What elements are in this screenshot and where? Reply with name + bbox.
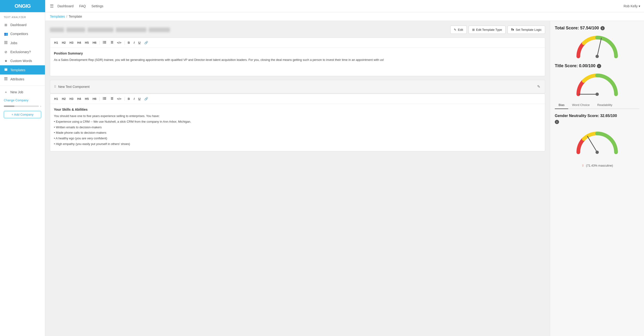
code-btn[interactable]: </> <box>116 40 123 45</box>
svg-rect-19 <box>104 97 106 98</box>
code-btn-2[interactable]: </> <box>116 97 123 101</box>
gender-masculine-label: (71.43% masculine) <box>586 164 613 167</box>
svg-rect-17 <box>111 42 113 42</box>
sidebar-item-attributes[interactable]: Attributes <box>0 74 45 84</box>
editor-body-2[interactable]: Your Skills & Abilities You should have … <box>50 104 545 151</box>
link-btn[interactable]: 🔗 <box>143 40 149 45</box>
svg-rect-14 <box>104 43 106 43</box>
svg-point-29 <box>596 55 599 58</box>
section1-title: Position Summary <box>54 51 541 55</box>
sidebar-item-competitors[interactable]: 👥 Competitors <box>0 29 45 38</box>
hamburger-button[interactable]: ☰ <box>48 2 56 10</box>
blur-block-4 <box>116 27 146 32</box>
editor-panel: ✎ Edit ⊞ Edit Template Type Set Template… <box>45 21 550 336</box>
svg-point-22 <box>103 98 104 99</box>
top-nav-links: Dashboard FAQ Settings <box>58 3 103 9</box>
logic-icon <box>511 28 514 32</box>
svg-rect-5 <box>4 77 8 78</box>
svg-rect-26 <box>111 98 113 99</box>
list-icon <box>4 41 8 45</box>
set-template-logic-button[interactable]: Set Template Logic <box>508 26 545 34</box>
nav-faq[interactable]: FAQ <box>79 3 86 9</box>
ul-btn-2[interactable] <box>102 96 107 101</box>
svg-rect-10 <box>104 41 106 42</box>
ol-btn-2[interactable] <box>109 96 114 101</box>
link-btn-2[interactable]: 🔗 <box>143 97 149 101</box>
logo: ONGIG <box>14 3 30 9</box>
logo-area: ONGIG <box>0 0 45 12</box>
gender-score-gauge-container <box>555 126 639 158</box>
breadcrumb-templates-link[interactable]: Templates <box>50 14 65 18</box>
underline-btn[interactable]: U <box>137 40 142 45</box>
people-icon: 👥 <box>4 32 8 36</box>
toolbar-sep-2 <box>124 41 125 45</box>
h5-btn[interactable]: H5 <box>84 40 90 45</box>
svg-rect-18 <box>111 43 113 43</box>
h1-btn[interactable]: H1 <box>53 40 59 45</box>
h2-btn-2[interactable]: H2 <box>61 97 67 101</box>
h5-btn-2[interactable]: H5 <box>84 97 90 101</box>
h1-btn-2[interactable]: H1 <box>53 97 59 101</box>
gender-score-section: Gender Neutrality Score: 32.65/100 i <box>555 113 639 169</box>
section2-body[interactable]: You should have one to five years experi… <box>54 114 541 147</box>
top-nav: ONGIG ☰ Dashboard FAQ Settings Rob Kelly… <box>0 0 644 12</box>
sidebar-label-templates: Templates <box>10 68 41 72</box>
edit-type-label: Edit Template Type <box>476 28 502 31</box>
company-bar-arrow[interactable]: › <box>40 105 41 108</box>
h4-btn-2[interactable]: H4 <box>76 97 82 101</box>
gender-score-info-icon[interactable]: i <box>555 120 559 124</box>
change-company-link[interactable]: Change Company <box>0 97 45 104</box>
sidebar-item-new-job[interactable]: + New Job <box>0 88 45 97</box>
total-score-label: Total Score: 57.54/100 <box>555 26 599 30</box>
sidebar-item-templates[interactable]: Templates <box>0 65 45 74</box>
svg-rect-4 <box>4 69 7 71</box>
new-component-edit-btn[interactable]: ✎ <box>536 83 541 90</box>
title-score-info-icon[interactable]: i <box>597 64 601 68</box>
set-logic-label: Set Template Logic <box>516 28 542 31</box>
edit-label: Edit <box>458 28 463 31</box>
company-selector: › <box>0 104 45 109</box>
gender-score-gauge <box>574 129 621 156</box>
user-menu[interactable]: Rob Kelly ▾ <box>624 4 640 8</box>
sidebar-item-dashboard[interactable]: ⊞ Dashboard <box>0 20 45 29</box>
toolbar-sep-1 <box>100 41 100 45</box>
svg-rect-21 <box>104 98 106 99</box>
ul-btn[interactable] <box>102 40 107 45</box>
h3-btn-2[interactable]: H3 <box>68 97 74 101</box>
h3-btn[interactable]: H3 <box>68 40 74 45</box>
title-actions: ✎ Edit ⊞ Edit Template Type Set Template… <box>450 26 545 34</box>
underline-btn-2[interactable]: U <box>137 97 142 101</box>
star-icon: ★ <box>4 59 8 63</box>
svg-point-11 <box>103 41 104 42</box>
tab-readability[interactable]: Readability <box>594 101 616 109</box>
total-score-info-icon[interactable]: i <box>600 26 605 30</box>
sidebar-label-jobs: Jobs <box>10 41 41 45</box>
add-company-button[interactable]: + Add Company <box>4 111 41 118</box>
svg-rect-16 <box>111 41 113 42</box>
gender-label: ♀ (71.43% masculine) <box>555 163 639 168</box>
h6-btn-2[interactable]: H6 <box>91 97 98 101</box>
svg-point-13 <box>103 42 104 43</box>
edit-button[interactable]: ✎ Edit <box>450 26 466 34</box>
new-component-bar: ⠿ New Text Component ✎ <box>50 80 545 93</box>
italic-btn-2[interactable]: I <box>132 97 136 101</box>
bold-btn[interactable]: B <box>127 40 131 45</box>
tab-bias[interactable]: Bias <box>555 101 568 109</box>
ol-btn[interactable] <box>109 40 114 45</box>
sidebar-item-jobs[interactable]: Jobs <box>0 38 45 47</box>
tab-word-choice[interactable]: Word Choice <box>568 101 594 109</box>
h6-btn[interactable]: H6 <box>91 40 98 45</box>
nav-dashboard[interactable]: Dashboard <box>58 3 74 9</box>
italic-btn[interactable]: I <box>132 40 136 45</box>
bold-btn-2[interactable]: B <box>127 97 131 101</box>
section1-body[interactable]: As a Sales Development Rep (SDR) trainee… <box>54 58 541 62</box>
h2-btn[interactable]: H2 <box>61 40 67 45</box>
h4-btn[interactable]: H4 <box>76 40 82 45</box>
sidebar-item-exclusionary[interactable]: ⊘ Exclusionary? <box>0 47 45 56</box>
sidebar-item-custom-words[interactable]: ★ Custom Words <box>0 56 45 65</box>
editor-body-1[interactable]: Position Summary As a Sales Development … <box>50 48 545 76</box>
title-score-gauge-container <box>555 71 639 97</box>
nav-settings[interactable]: Settings <box>92 3 104 9</box>
svg-rect-6 <box>4 78 8 79</box>
edit-template-type-button[interactable]: ⊞ Edit Template Type <box>469 26 506 34</box>
